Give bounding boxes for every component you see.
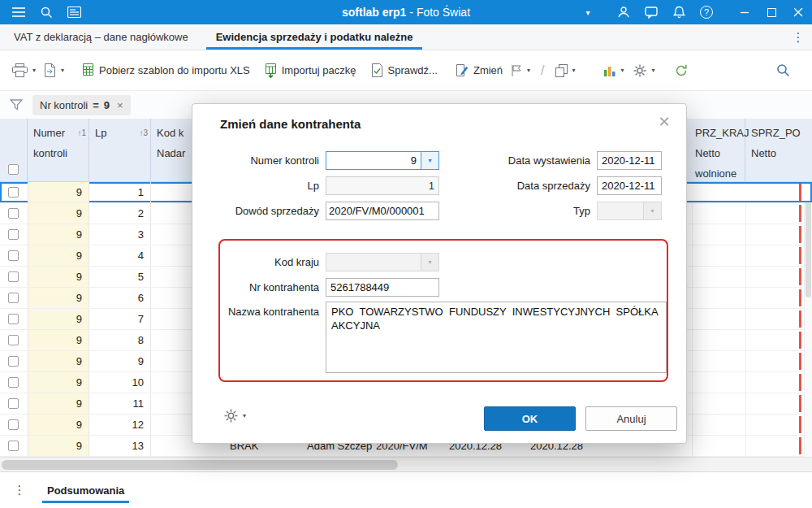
cell-numer-kontroli[interactable]: 9 [28,203,89,224]
cell-numer-kontroli[interactable]: 9 [28,393,89,414]
cell-numer-kontroli[interactable]: 9 [28,309,89,329]
chevron-down-icon[interactable]: ▾ [421,151,439,170]
row-checkbox[interactable] [8,419,19,430]
cell-numer-kontroli[interactable]: 9 [28,372,89,393]
row-checkbox[interactable] [8,250,19,261]
column-header-lp[interactable]: Lp ↑3 [89,119,151,181]
vertical-scrollbar[interactable] [804,182,812,457]
row-checkbox[interactable] [8,441,19,451]
field-label: Lp [192,180,319,192]
kod-kraju-combo: ▾ [326,253,439,271]
button-label: Sprawdź... [388,64,438,76]
export-button[interactable]: ▾ [40,59,68,82]
row-checkbox[interactable] [8,293,19,303]
user-button[interactable] [610,0,637,24]
row-checkbox[interactable] [8,314,19,324]
refresh-button[interactable] [671,59,693,82]
row-error-indicator [799,416,801,433]
dialog-settings-button[interactable]: ▾ [223,408,246,423]
column-header-numer-kontroli[interactable]: Numer kontroli ↑1 [28,119,89,181]
close-button[interactable] [785,0,812,24]
lp-input[interactable] [326,176,439,195]
typ-combo: ▾ [597,202,662,220]
chart-button[interactable]: ▾ [599,59,628,82]
data-sprzedazy-input[interactable] [597,176,662,195]
cell-lp[interactable]: 2 [89,203,151,224]
row-checkbox[interactable] [8,271,19,282]
cell-lp[interactable]: 11 [89,393,151,414]
messages-button[interactable] [637,0,665,24]
import-package-button[interactable]: Importuj paczkę [261,59,361,83]
cell-numer-kontroli[interactable]: 9 [28,436,89,456]
cell-lp[interactable]: 8 [89,330,151,350]
nazwa-kontrahenta-textarea[interactable]: PKO TOWARZYSTWO FUNDUSZY INWESTYCYJNYCH … [326,302,667,373]
horizontal-scrollbar[interactable] [0,457,812,471]
horizontal-scrollbar-thumb[interactable] [2,460,398,470]
change-button[interactable]: Zmień [451,59,507,82]
row-error-indicator [799,184,801,201]
kod-kraju-select[interactable] [326,253,421,271]
copy-button[interactable]: ▾ [551,59,580,82]
cell-numer-kontroli[interactable]: 9 [28,415,89,435]
cell-lp[interactable]: 7 [89,309,151,329]
minimize-button[interactable] [732,0,758,24]
select-all-checkbox[interactable] [8,164,19,175]
filter-chip[interactable]: Nr kontroli = 9 × [32,95,131,115]
cancel-button[interactable]: Anuluj [585,406,677,431]
cell-lp[interactable]: 12 [89,415,151,435]
footer-menu-icon[interactable]: ⋮ [11,483,28,497]
data-wystawienia-input[interactable] [597,151,662,170]
row-checkbox[interactable] [8,356,19,367]
cell-lp[interactable]: 6 [89,288,151,308]
cell-lp[interactable]: 3 [89,224,151,245]
filter-funnel-icon[interactable] [10,99,23,111]
row-checkbox[interactable] [8,187,19,198]
cell-numer-kontroli[interactable]: 9 [28,330,89,350]
cell-numer-kontroli[interactable]: 9 [28,288,89,308]
ok-button[interactable]: OK [484,406,576,431]
row-checkbox[interactable] [8,335,19,345]
download-xls-template-button[interactable]: Pobierz szablon do importu XLS [78,59,254,82]
notifications-button[interactable] [665,0,693,24]
cell-lp[interactable]: 10 [89,372,151,393]
nr-kontrahenta-input[interactable] [326,278,439,297]
row-error-indicator [799,310,801,328]
cell-lp[interactable]: 5 [89,267,151,287]
row-checkbox[interactable] [8,208,19,219]
column-header-sprz-kraj[interactable]: PRZ_KRAJ Netto wolnione [692,119,745,181]
print-button[interactable]: ▾ [8,59,40,82]
remove-filter-icon[interactable]: × [117,99,123,111]
row-checkbox[interactable] [8,377,19,388]
typ-select[interactable] [597,202,644,220]
cell-lp[interactable]: 1 [89,182,151,202]
dowod-sprzedazy-input[interactable] [326,202,439,220]
tabbar-menu-icon[interactable]: ⋮ [788,24,809,50]
check-button[interactable]: Sprawdź... [367,59,442,82]
find-button[interactable] [772,59,794,82]
import-package-icon [265,63,277,78]
row-checkbox[interactable] [8,229,19,240]
cell-numer-kontroli[interactable]: 9 [28,267,89,287]
tab-vat-deklaracja[interactable]: VAT z deklaracją – dane nagłówkowe [0,24,202,50]
filter-value: 9 [104,99,110,111]
tab-podsumowania[interactable]: Podsumowania [42,472,129,508]
column-header-sprz-po[interactable]: SPRZ_PO Netto [745,119,812,181]
help-button[interactable]: ? [693,0,720,24]
maximize-button[interactable] [758,0,785,24]
cell-lp[interactable]: 4 [89,245,151,266]
title-chevron-icon[interactable]: ▾ [578,0,598,24]
row-checkbox[interactable] [8,398,19,409]
settings-button[interactable]: ▾ [628,59,659,83]
footer-bar: ⋮ Podsumowania [0,471,812,508]
numer-kontroli-input[interactable] [326,151,421,170]
cell-numer-kontroli[interactable]: 9 [28,224,89,245]
cell-lp[interactable]: 13 [89,436,151,456]
edit-pencil-icon [456,63,469,77]
cell-numer-kontroli[interactable]: 9 [28,245,89,266]
cell-numer-kontroli[interactable]: 9 [28,351,89,371]
tab-ewidencja-sprzedazy[interactable]: Ewidencja sprzedaży i podatku należne [202,24,427,50]
cell-lp[interactable]: 9 [89,351,151,371]
cell-numer-kontroli[interactable]: 9 [28,182,89,202]
dialog-close-icon[interactable]: ✕ [654,111,675,132]
flag-button[interactable]: ▾ [507,59,534,82]
